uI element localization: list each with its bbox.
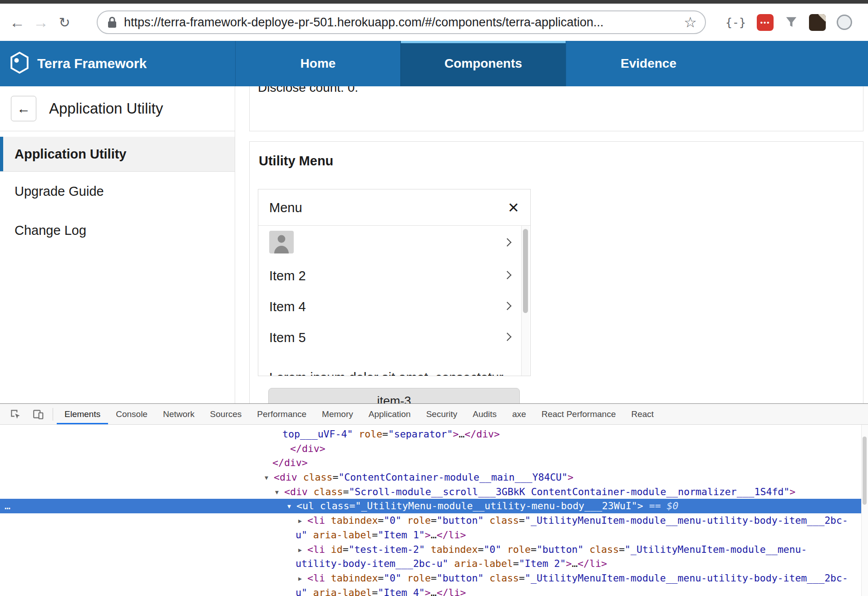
devtools-tab-react[interactable]: React xyxy=(623,404,661,424)
devtools-tab-sources[interactable]: Sources xyxy=(202,404,250,424)
devtools-code-line[interactable]: u" aria-label="Item 1">…</li> xyxy=(0,528,861,542)
funnel-extension-icon[interactable] xyxy=(784,15,798,29)
devtools-code-line[interactable]: top___uVF-4" role="separator">…</div> xyxy=(0,427,861,442)
devtools-code-line[interactable]: u" aria-label="Item 4">…</li> xyxy=(0,586,861,596)
devtools-tab-security[interactable]: Security xyxy=(419,404,465,424)
expand-arrow-icon[interactable]: ▼ xyxy=(287,499,296,514)
bookmark-star-icon[interactable]: ☆ xyxy=(684,14,697,31)
window-edge xyxy=(0,0,868,4)
reload-button[interactable]: ↻ xyxy=(53,15,76,30)
utility-menu-item[interactable]: Item 4 xyxy=(258,291,530,322)
browser-toolbar: ← → ↻ https://terra-framework-deploye-pr… xyxy=(0,4,868,41)
sidebar-item[interactable]: Upgrade Guide xyxy=(0,172,235,211)
sidebar-menu: Application UtilityUpgrade GuideChange L… xyxy=(0,137,235,250)
sidebar: ← Application Utility Application Utilit… xyxy=(0,86,235,403)
avatar-icon xyxy=(269,231,294,255)
devtools-tabs: ElementsConsoleNetworkSourcesPerformance… xyxy=(57,404,661,424)
devtools-elements-tree: top___uVF-4" role="separator">…</div></d… xyxy=(0,425,861,596)
collapse-arrow-icon[interactable]: ▶ xyxy=(298,543,307,557)
devtools-tab-elements[interactable]: Elements xyxy=(57,404,108,424)
devtools-code-line[interactable]: </div> xyxy=(0,442,861,456)
devtools-tab-performance[interactable]: Performance xyxy=(249,404,314,424)
dots-icon: ••• xyxy=(760,19,770,26)
utility-menu-card: Utility Menu Menu ✕ Item 2Item 4Item 5 L… xyxy=(249,141,863,403)
devtools-code-line[interactable]: utility-body-item___2bc-u" aria-label="I… xyxy=(0,556,861,571)
main-content: Disclose count: 0. Utility Menu Menu ✕ I… xyxy=(235,86,868,403)
collapse-arrow-icon[interactable]: ▶ xyxy=(298,571,307,586)
chevron-right-icon xyxy=(503,302,511,310)
extension-tray: {-} ••• xyxy=(725,10,852,34)
forward-button[interactable]: → xyxy=(29,14,53,31)
devtools-code-line[interactable]: ▼<div class="ContentContainer-module__ma… xyxy=(0,470,861,485)
devtools-scrollbar[interactable] xyxy=(861,425,868,596)
screen: ← → ↻ https://terra-framework-deploye-pr… xyxy=(0,0,868,596)
menu-title: Menu xyxy=(269,200,302,215)
devtools-code-line[interactable]: ▼<div class="Scroll-module__scroll___3GB… xyxy=(0,485,861,499)
chevron-right-icon xyxy=(503,333,511,341)
sidebar-title: Application Utility xyxy=(49,100,163,117)
sidebar-item[interactable]: Application Utility xyxy=(0,137,235,172)
red-extension-icon[interactable]: ••• xyxy=(757,14,774,31)
devtools-tab-console[interactable]: Console xyxy=(108,404,155,424)
sidebar-item[interactable]: Change Log xyxy=(0,211,235,250)
terra-logo-icon xyxy=(9,51,30,76)
sidebar-header: ← Application Utility xyxy=(0,86,235,131)
sidebar-back-button[interactable]: ← xyxy=(11,96,36,121)
devtools-tab-audits[interactable]: Audits xyxy=(465,404,504,424)
utility-menu-list: Item 2Item 4Item 5 Lorem ipsum dolor sit… xyxy=(258,225,530,376)
profile-icon[interactable] xyxy=(837,15,852,30)
utility-menu-panel: Menu ✕ Item 2Item 4Item 5 Lorem ipsum do… xyxy=(258,189,531,376)
url-text[interactable]: https://terra-framework-deploye-pr-501.h… xyxy=(124,15,684,30)
utility-menu-item[interactable]: Item 2 xyxy=(258,260,530,291)
brand[interactable]: Terra Framework xyxy=(0,41,235,86)
example-card-top xyxy=(249,86,863,131)
nav-tab-evidence[interactable]: Evidence xyxy=(566,41,731,86)
devtools-tab-react-performance[interactable]: React Performance xyxy=(534,404,624,424)
nav-tab-home[interactable]: Home xyxy=(235,41,400,86)
overflow-ellipsis: … xyxy=(5,499,10,513)
devtools-selected-node[interactable]: …▼<ul class="_UtilityMenu-module__utilit… xyxy=(0,499,861,513)
expand-arrow-icon[interactable]: ▼ xyxy=(265,471,274,485)
toolbar-divider xyxy=(53,408,53,421)
menu-item-label: Item 5 xyxy=(269,330,306,345)
header-nav: HomeComponentsEvidence xyxy=(235,41,868,86)
menu-item-label: Item 2 xyxy=(269,268,306,283)
utility-menu-item[interactable] xyxy=(258,226,530,260)
item-3-button[interactable]: item-3 xyxy=(268,388,520,403)
lock-icon xyxy=(107,16,118,29)
menu-header: Menu ✕ xyxy=(258,189,530,225)
scrollbar-thumb[interactable] xyxy=(863,437,867,505)
devtools-tab-network[interactable]: Network xyxy=(155,404,202,424)
address-bar[interactable]: https://terra-framework-deploye-pr-501.h… xyxy=(97,10,706,34)
devtools-toolbar: ElementsConsoleNetworkSourcesPerformance… xyxy=(0,404,868,425)
collapse-arrow-icon[interactable]: ▶ xyxy=(298,514,307,528)
back-button[interactable]: ← xyxy=(5,14,29,31)
expand-arrow-icon[interactable]: ▼ xyxy=(275,485,284,500)
devtools-tab-memory[interactable]: Memory xyxy=(314,404,361,424)
menu-item-label: Item 4 xyxy=(269,299,306,314)
devtools-panel: ElementsConsoleNetworkSourcesPerformance… xyxy=(0,403,868,596)
devtools-code-line[interactable]: </div> xyxy=(0,456,861,470)
brand-title: Terra Framework xyxy=(37,56,147,71)
chevron-right-icon xyxy=(503,271,511,279)
scrollbar-thumb[interactable] xyxy=(523,229,528,313)
chevron-right-icon xyxy=(503,238,511,246)
utility-menu-rows: Item 2Item 4Item 5 xyxy=(258,226,530,353)
menu-scrollbar[interactable] xyxy=(521,226,529,376)
utility-menu-item[interactable]: Item 5 xyxy=(258,322,530,353)
devtools-tab-axe[interactable]: axe xyxy=(504,404,534,424)
code-extension-icon[interactable]: {-} xyxy=(725,16,746,29)
dark-extension-icon[interactable] xyxy=(809,14,826,31)
inspect-icon[interactable] xyxy=(8,407,23,422)
menu-overflow-text: Lorem ipsum dolor sit amet, consectetur xyxy=(269,370,503,376)
devtools-code-line[interactable]: ▶<li tabindex="0" role="button" class="_… xyxy=(0,513,861,528)
section-title: Utility Menu xyxy=(259,154,333,169)
devtools-code-line[interactable]: ▶<li tabindex="0" role="button" class="_… xyxy=(0,571,861,586)
close-icon[interactable]: ✕ xyxy=(508,199,519,216)
app-header: Terra Framework HomeComponentsEvidence xyxy=(0,41,868,86)
device-toolbar-icon[interactable] xyxy=(31,407,45,422)
devtools-code-line[interactable]: ▶<li id="test-item-2" tabindex="0" role=… xyxy=(0,542,861,557)
devtools-tab-application[interactable]: Application xyxy=(361,404,419,424)
nav-tab-components[interactable]: Components xyxy=(400,41,566,86)
